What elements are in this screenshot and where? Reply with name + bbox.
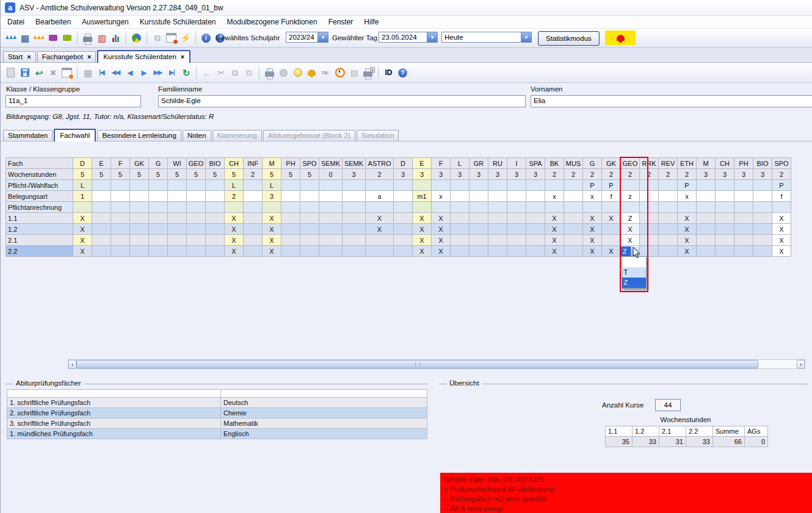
tab-noten[interactable]: Noten <box>183 130 211 141</box>
grid-cell[interactable]: X <box>545 235 564 246</box>
grid-cell[interactable] <box>564 224 583 235</box>
grid-cell[interactable] <box>734 235 753 246</box>
grid-cell[interactable]: f <box>772 191 791 202</box>
grid-cell[interactable] <box>319 191 343 202</box>
warning-bell-icon[interactable] <box>305 66 318 79</box>
back-icon[interactable]: ← <box>200 66 213 79</box>
grid-cell[interactable] <box>130 224 149 235</box>
grid-cell[interactable] <box>111 224 130 235</box>
paste-icon[interactable]: ⧉ <box>242 66 255 79</box>
grid-cell[interactable]: 5 <box>168 169 187 180</box>
grid-cell[interactable] <box>187 213 206 224</box>
refresh-icon[interactable]: ↻ <box>179 66 192 79</box>
grid-cell[interactable]: X <box>225 224 244 235</box>
grid-cell[interactable]: 3 <box>432 169 451 180</box>
grid-cell[interactable]: P <box>678 180 697 191</box>
grid-cell[interactable] <box>734 246 753 257</box>
grid-cell[interactable]: 2 <box>621 169 640 180</box>
grid-cell[interactable] <box>734 224 753 235</box>
day-mode-combo[interactable]: Heute ▾ <box>441 32 532 43</box>
grid-cell[interactable] <box>602 202 621 213</box>
grid-cell[interactable] <box>244 213 263 224</box>
grid-cell[interactable] <box>469 202 488 213</box>
grid-cell[interactable]: 3 <box>526 169 545 180</box>
chevron-down-icon[interactable]: ▾ <box>427 32 437 42</box>
grid-cell[interactable] <box>244 224 263 235</box>
grid-cell[interactable] <box>753 191 772 202</box>
grid-cell[interactable] <box>659 235 678 246</box>
grid-cell[interactable] <box>659 202 678 213</box>
grid-cell[interactable] <box>659 180 678 191</box>
grid-cell[interactable] <box>507 180 526 191</box>
grid-cell[interactable] <box>281 180 300 191</box>
grid-cell[interactable] <box>343 191 366 202</box>
grid-cell[interactable] <box>640 191 659 202</box>
grid-cell[interactable]: 2 <box>225 191 244 202</box>
grid-cell[interactable] <box>640 246 659 257</box>
grid-cell[interactable]: X <box>225 235 244 246</box>
grid-cell[interactable]: X <box>432 246 451 257</box>
grid-cell[interactable]: Z▾ <box>621 246 640 257</box>
grid-cell[interactable]: X <box>432 213 451 224</box>
menu-item[interactable]: Modulbezogene Funktionen <box>222 16 323 27</box>
grid-cell[interactable]: 3 <box>488 169 507 180</box>
teachers-icon[interactable]: ♟♟♟ <box>32 32 45 45</box>
grid-cell[interactable]: X <box>263 235 281 246</box>
grid-cell[interactable]: 2 <box>772 169 791 180</box>
grid-cell[interactable]: X <box>602 246 621 257</box>
grid-cell[interactable]: L <box>225 180 244 191</box>
school-year-combo[interactable]: 2023/24 ▾ <box>286 32 328 43</box>
exam-row[interactable]: 1. mündliches PrüfungsfachEnglisch <box>7 429 427 439</box>
grid-cell[interactable]: X <box>366 213 394 224</box>
grid-cell[interactable] <box>716 246 734 257</box>
clock-icon[interactable] <box>333 66 346 79</box>
grid-cell[interactable]: 5 <box>149 169 168 180</box>
grid-cell[interactable]: X <box>263 224 281 235</box>
grid-cell[interactable] <box>716 213 734 224</box>
grid-cell[interactable] <box>281 224 300 235</box>
dropdown-item[interactable] <box>622 257 646 267</box>
grid-cell[interactable] <box>469 235 488 246</box>
grid-cell[interactable]: X <box>678 213 697 224</box>
grid-cell[interactable]: 5 <box>300 169 319 180</box>
grid-cell[interactable] <box>697 213 716 224</box>
grid-cell[interactable] <box>507 246 526 257</box>
grid-cell[interactable] <box>697 224 716 235</box>
window-badge-icon[interactable] <box>165 32 178 45</box>
grid-cell[interactable] <box>488 180 507 191</box>
grid-cell[interactable] <box>659 246 678 257</box>
cell-combobox[interactable]: Z▾ <box>621 246 639 256</box>
undo-icon[interactable]: ↩ <box>32 66 45 79</box>
grid-cell[interactable] <box>640 235 659 246</box>
grid-cell[interactable] <box>469 224 488 235</box>
grid-cell[interactable] <box>394 213 413 224</box>
grid-cell[interactable] <box>319 213 343 224</box>
grid-cell[interactable] <box>716 191 734 202</box>
grid-cell[interactable] <box>206 191 225 202</box>
grid-cell[interactable] <box>413 202 432 213</box>
grid-cell[interactable]: 2 <box>545 169 564 180</box>
tab-kursstufe-sch-lerdaten[interactable]: Kursstufe Schülerdaten× <box>97 50 190 63</box>
grid-cell[interactable] <box>545 180 564 191</box>
grid-cell[interactable]: X <box>413 213 432 224</box>
grid-cell[interactable] <box>488 202 507 213</box>
grid-cell[interactable] <box>244 180 263 191</box>
grid-cell[interactable] <box>149 246 168 257</box>
grid-cell[interactable] <box>244 235 263 246</box>
grid-cell[interactable] <box>366 180 394 191</box>
grid-cell[interactable]: X <box>772 246 791 257</box>
grid-cell[interactable] <box>734 213 753 224</box>
grid-cell[interactable] <box>526 235 545 246</box>
grid-cell[interactable] <box>602 224 621 235</box>
grid-cell[interactable] <box>206 235 225 246</box>
grid-cell[interactable] <box>564 191 583 202</box>
grid-cell[interactable] <box>206 213 225 224</box>
grid-cell[interactable] <box>659 224 678 235</box>
grid-cell[interactable] <box>716 180 734 191</box>
grid-cell[interactable]: 2 <box>366 169 394 180</box>
tab-close-icon[interactable]: × <box>87 53 91 60</box>
grid-cell[interactable] <box>92 235 111 246</box>
grid-cell[interactable] <box>413 180 432 191</box>
chevron-down-icon[interactable]: ▾ <box>317 32 328 42</box>
grid-cell[interactable]: X <box>73 213 92 224</box>
